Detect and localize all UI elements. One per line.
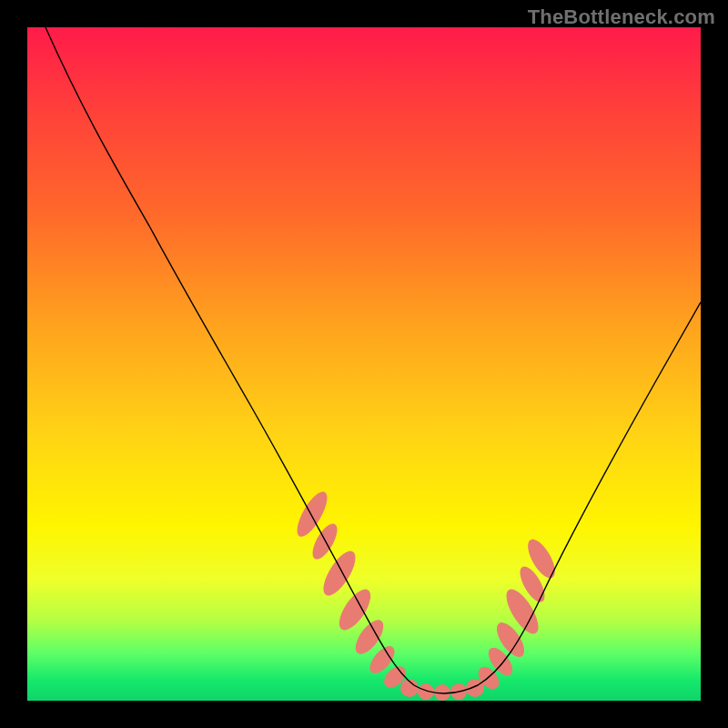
marker-cluster-bottom [400,679,484,701]
marker-cluster-right [474,535,561,693]
bottleneck-curve [46,27,701,693]
chart-overlay-svg [27,27,701,701]
watermark-label: TheBottleneck.com [528,5,715,29]
gradient-plot-area [27,27,701,701]
chart-frame: TheBottleneck.com [0,0,728,728]
